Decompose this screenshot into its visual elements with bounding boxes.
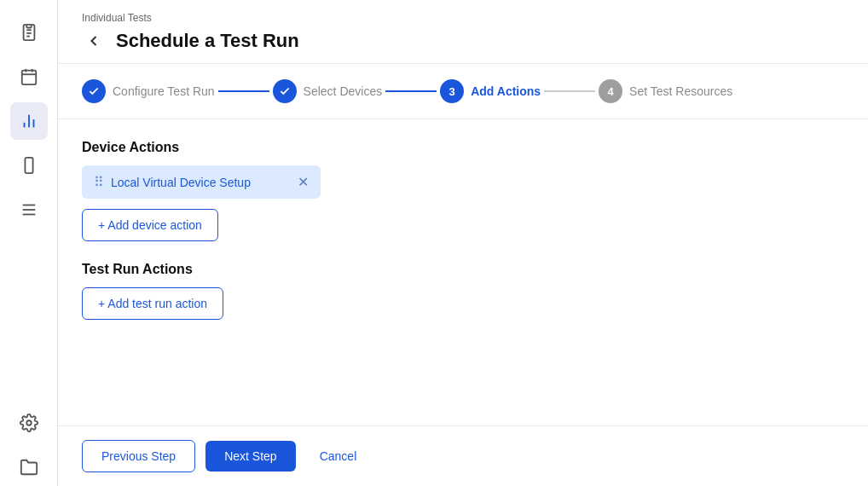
svg-rect-4 [21, 71, 36, 85]
content-area: Device Actions ⠿ Local Virtual Device Se… [58, 119, 868, 425]
test-run-actions-section: Test Run Actions + Add test run action [82, 262, 844, 320]
add-test-run-action-button[interactable]: + Add test run action [82, 287, 223, 320]
step-1-label: Configure Test Run [113, 84, 215, 98]
stepper: Configure Test Run Select Devices 3 Add … [58, 64, 868, 119]
sidebar-item-layers[interactable] [10, 191, 48, 229]
step-3-circle: 3 [440, 79, 464, 103]
next-step-button[interactable]: Next Step [205, 441, 295, 472]
step-2-circle [273, 79, 297, 103]
step-select-devices: Select Devices [273, 79, 383, 103]
footer: Previous Step Next Step Cancel [58, 425, 868, 486]
svg-rect-0 [26, 25, 32, 28]
back-button[interactable] [82, 29, 106, 53]
sidebar-item-devices[interactable] [10, 147, 48, 184]
chip-label: Local Virtual Device Setup [111, 176, 291, 189]
drag-handle-icon[interactable]: ⠿ [94, 174, 104, 190]
step-4-circle: 4 [599, 79, 622, 103]
connector-2 [385, 90, 437, 92]
chip-close-icon[interactable]: ✕ [298, 176, 309, 189]
device-actions-title: Device Actions [82, 140, 844, 155]
breadcrumb: Individual Tests [82, 12, 844, 24]
svg-rect-11 [25, 158, 32, 173]
step-configure: Configure Test Run [82, 79, 215, 103]
add-device-action-button[interactable]: + Add device action [82, 209, 218, 241]
sidebar-item-reports[interactable] [10, 102, 48, 140]
step-3-label: Add Actions [471, 84, 541, 98]
connector-3 [544, 90, 595, 92]
device-action-chip: ⠿ Local Virtual Device Setup ✕ [82, 165, 321, 199]
step-2-label: Select Devices [304, 84, 383, 98]
step-4-label: Set Test Resources [629, 84, 732, 98]
connector-1 [218, 90, 269, 92]
sidebar-item-clipboard[interactable] [10, 14, 48, 51]
step-add-actions: 3 Add Actions [440, 79, 541, 103]
sidebar-item-settings[interactable] [10, 404, 48, 442]
svg-point-16 [26, 420, 32, 425]
step-set-resources: 4 Set Test Resources [599, 79, 732, 103]
previous-step-button[interactable]: Previous Step [82, 440, 195, 472]
sidebar [0, 0, 58, 486]
header: Individual Tests Schedule a Test Run [58, 0, 868, 64]
main-content: Individual Tests Schedule a Test Run Con… [58, 0, 868, 486]
step-1-circle [82, 79, 106, 103]
page-title: Schedule a Test Run [116, 30, 299, 52]
test-run-actions-title: Test Run Actions [82, 262, 844, 277]
sidebar-item-calendar[interactable] [10, 58, 48, 95]
device-actions-section: Device Actions ⠿ Local Virtual Device Se… [82, 140, 844, 241]
cancel-button[interactable]: Cancel [306, 441, 371, 472]
sidebar-item-folder[interactable] [10, 448, 48, 486]
